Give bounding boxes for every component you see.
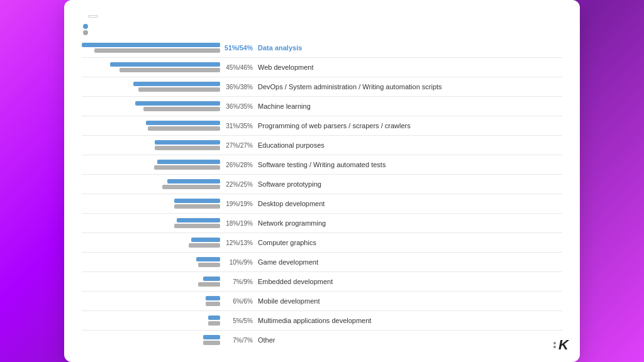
chart-row: 18%/19%Network programming <box>82 217 562 229</box>
bars-col <box>82 315 220 326</box>
row-divider <box>82 310 562 311</box>
row-divider <box>82 174 562 175</box>
bar-wrap-2020 <box>82 224 220 228</box>
bar-2020 <box>138 87 220 92</box>
bar-wrap-2021 <box>82 43 220 47</box>
row-divider <box>82 194 562 194</box>
row-label: Educational purposes <box>258 141 325 149</box>
pct-col: 7%/7% <box>220 336 258 344</box>
pct-value: 19%/19% <box>226 200 253 207</box>
row-label: Machine learning <box>258 102 311 110</box>
bar-wrap-2020 <box>82 165 220 170</box>
chart-row: 26%/28%Software testing / Writing automa… <box>82 158 562 171</box>
label-col: Machine learning <box>258 102 562 110</box>
chart-row: 12%/13%Computer graphics <box>82 236 562 249</box>
bar-wrap-2021 <box>82 140 220 145</box>
row-label: Programming of web parsers / scrapers / … <box>258 122 411 129</box>
pct-value: 7%/7% <box>233 337 253 344</box>
bar-wrap-2020 <box>82 263 220 267</box>
legend-dot-2021 <box>83 24 88 29</box>
pct-col: 10%/9% <box>220 258 258 266</box>
chart-row: 7%/7%Other <box>82 334 562 346</box>
bar-2020 <box>143 107 220 111</box>
label-col: Network programming <box>258 219 562 227</box>
bar-2021 <box>203 335 220 339</box>
bar-wrap-2021 <box>82 238 220 242</box>
pct-value: 36%/38% <box>226 84 253 90</box>
watermark: K <box>553 337 569 353</box>
label-col: Web development <box>258 63 562 71</box>
row-label: Web development <box>258 63 313 71</box>
pct-value: 6%/6% <box>233 298 253 305</box>
bar-wrap-2021 <box>82 315 220 320</box>
bar-2021 <box>82 43 220 47</box>
label-col: Software prototyping <box>258 180 562 188</box>
bar-wrap-2021 <box>82 257 220 261</box>
pct-value: 10%/9% <box>230 259 253 266</box>
legend <box>83 24 562 35</box>
label-col: Software testing / Writing automated tes… <box>258 161 562 168</box>
wm-dots <box>553 342 556 348</box>
chart-row: 45%/46%Web development <box>82 61 562 74</box>
row-label: Network programming <box>258 219 326 227</box>
bar-wrap-2020 <box>82 48 220 53</box>
card-header <box>82 15 562 18</box>
row-label: Mobile development <box>258 297 319 305</box>
bar-2021 <box>167 179 220 184</box>
chart-row: 19%/19%Desktop development <box>82 197 562 210</box>
bar-2020 <box>198 282 220 287</box>
bars-col <box>82 277 220 287</box>
bar-2021 <box>203 277 220 281</box>
bar-2020 <box>174 204 220 209</box>
chart-row: 36%/35%Machine learning <box>82 100 562 112</box>
bars-col <box>82 101 220 111</box>
chart-area: 51%/54%Data analysis45%/46%Web developme… <box>82 41 562 346</box>
bar-2020 <box>162 185 220 189</box>
bar-2020 <box>119 68 220 72</box>
bar-wrap-2021 <box>82 199 220 203</box>
bars-col <box>82 179 220 189</box>
chart-row: 51%/54%Data analysis <box>82 41 562 54</box>
pct-col: 19%/19% <box>220 200 258 207</box>
pct-value: 22%/25% <box>226 181 253 188</box>
row-divider <box>82 213 562 214</box>
bar-2021 <box>146 121 220 125</box>
chart-row: 10%/9%Game development <box>82 256 562 268</box>
pct-value: 7%/9% <box>233 278 253 285</box>
bars-col <box>82 121 220 131</box>
bars-col <box>82 199 220 209</box>
label-col: Desktop development <box>258 200 562 207</box>
chart-card: 51%/54%Data analysis45%/46%Web developme… <box>64 0 580 362</box>
row-divider <box>82 116 562 116</box>
row-divider <box>82 57 562 58</box>
bar-2020 <box>206 302 220 306</box>
row-label: Desktop development <box>258 200 325 207</box>
bar-wrap-2020 <box>82 185 220 189</box>
bar-2021 <box>177 218 220 222</box>
label-col: Multimedia applications development <box>258 317 562 324</box>
row-divider <box>82 272 562 272</box>
bar-wrap-2021 <box>82 82 220 86</box>
row-divider <box>82 155 562 155</box>
bar-2021 <box>110 62 220 67</box>
bar-2021 <box>174 199 220 203</box>
pct-col: 26%/28% <box>220 161 258 168</box>
bar-2020 <box>94 48 220 53</box>
bars-col <box>82 43 220 53</box>
bar-wrap-2021 <box>82 101 220 106</box>
bar-wrap-2020 <box>82 146 220 150</box>
row-label: Game development <box>258 258 318 266</box>
pct-col: 18%/19% <box>220 219 258 227</box>
bar-wrap-2020 <box>82 204 220 209</box>
bar-wrap-2021 <box>82 62 220 67</box>
row-divider <box>82 233 562 233</box>
bar-wrap-2020 <box>82 107 220 111</box>
bar-wrap-2020 <box>82 68 220 72</box>
bar-2020 <box>174 224 220 228</box>
label-col: Computer graphics <box>258 239 562 246</box>
bar-2020 <box>203 341 220 345</box>
chart-row: 27%/27%Educational purposes <box>82 139 562 151</box>
pct-value: 36%/35% <box>226 103 253 110</box>
bar-wrap-2020 <box>82 243 220 248</box>
bar-wrap-2020 <box>82 302 220 306</box>
